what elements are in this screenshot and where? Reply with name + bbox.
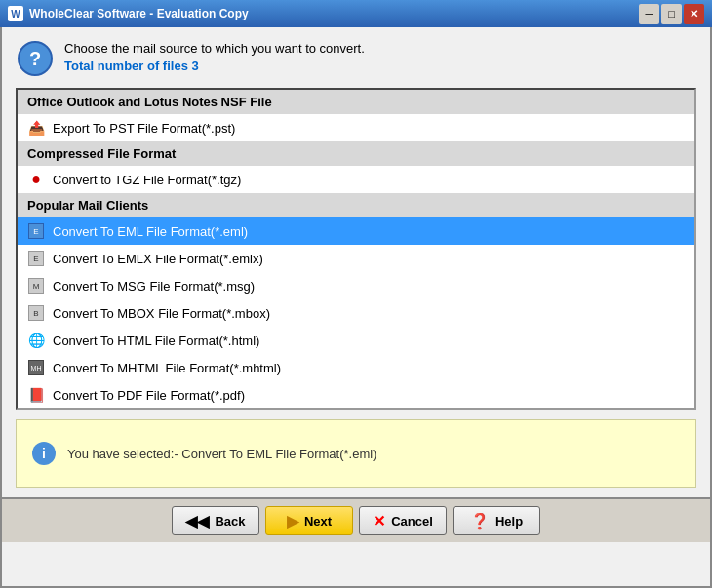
title-bar: W WholeClear Software - Evaluation Copy … <box>0 0 712 27</box>
help-icon: ❓ <box>470 512 490 530</box>
format-list-container: Office Outlook and Lotus Notes NSF File📤… <box>16 88 696 410</box>
help-button[interactable]: ❓ Help <box>453 506 540 535</box>
header-icon: ? <box>18 41 53 76</box>
item-label: Convert to TGZ File Format(*.tgz) <box>53 173 241 187</box>
help-label: Help <box>495 514 523 529</box>
list-item[interactable]: EConvert To EML File Format(*.eml) <box>18 217 694 245</box>
cancel-icon: ✕ <box>373 512 385 530</box>
header-area: ? Choose the mail source to which you wa… <box>2 27 710 88</box>
list-item[interactable]: MConvert To MSG File Format(*.msg) <box>18 272 694 299</box>
info-box: i You have selected:- Convert To EML Fil… <box>16 419 696 488</box>
list-item[interactable]: 📕Convert To PDF File Format(*.pdf) <box>18 381 694 408</box>
eml-icon: E <box>27 222 45 240</box>
pst-icon: 📤 <box>27 119 45 137</box>
maximize-button[interactable]: □ <box>661 4 682 24</box>
tgz-icon: ● <box>27 171 45 188</box>
category-label: Popular Mail Clients <box>27 198 148 213</box>
back-button[interactable]: ◀◀ Back <box>172 506 259 535</box>
next-button[interactable]: ▶ Next <box>265 506 353 535</box>
category-label: Compressed File Format <box>27 146 176 161</box>
header-text: Choose the mail source to which you want… <box>64 41 365 73</box>
item-label: Convert To PDF File Format(*.pdf) <box>53 388 245 403</box>
cancel-button[interactable]: ✕ Cancel <box>359 506 447 535</box>
list-item[interactable]: Office Outlook and Lotus Notes NSF File <box>18 90 694 114</box>
next-icon: ▶ <box>287 512 298 530</box>
list-item[interactable]: 🌐Convert To HTML File Format(*.html) <box>18 327 694 354</box>
list-item[interactable]: 📤Export To PST File Format(*.pst) <box>18 114 694 141</box>
back-label: Back <box>215 514 245 529</box>
main-window: ? Choose the mail source to which you wa… <box>0 27 712 588</box>
emlx-icon: E <box>27 250 45 267</box>
cancel-label: Cancel <box>391 514 433 529</box>
close-button[interactable]: ✕ <box>684 4 704 24</box>
list-item[interactable]: EConvert To EMLX File Format(*.emlx) <box>18 245 694 272</box>
item-label: Convert To MBOX File Format(*.mbox) <box>53 306 270 321</box>
list-item[interactable]: Popular Mail Clients <box>18 193 694 217</box>
msg-icon: M <box>27 277 45 294</box>
next-label: Next <box>304 514 332 529</box>
button-bar: ◀◀ Back ▶ Next ✕ Cancel ❓ Help <box>2 497 710 542</box>
window-controls: ─ □ ✕ <box>639 4 704 24</box>
header-sub-text: Total number of files 3 <box>64 59 365 73</box>
back-icon: ◀◀ <box>185 512 209 530</box>
info-icon: i <box>32 442 56 465</box>
list-item[interactable]: BConvert To MBOX File Format(*.mbox) <box>18 299 694 327</box>
html-icon: 🌐 <box>27 332 45 349</box>
app-icon: W <box>8 6 23 21</box>
item-label: Export To PST File Format(*.pst) <box>53 121 235 136</box>
minimize-button[interactable]: ─ <box>639 4 659 24</box>
list-item[interactable]: MHConvert To MHTML File Format(*.mhtml) <box>18 354 694 381</box>
header-main-text: Choose the mail source to which you want… <box>64 41 365 56</box>
window-title: WholeClear Software - Evaluation Copy <box>29 7 639 20</box>
item-label: Convert To EMLX File Format(*.emlx) <box>53 252 263 266</box>
list-item[interactable]: Compressed File Format <box>18 141 694 166</box>
mbox-icon: B <box>27 304 45 322</box>
item-label: Convert To MSG File Format(*.msg) <box>53 279 255 294</box>
mhtml-icon: MH <box>27 359 45 376</box>
item-label: Convert To HTML File Format(*.html) <box>53 333 259 348</box>
format-list-scroll[interactable]: Office Outlook and Lotus Notes NSF File📤… <box>18 90 694 408</box>
info-text: You have selected:- Convert To EML File … <box>67 447 376 461</box>
pdf-icon: 📕 <box>27 386 45 404</box>
list-item[interactable]: ●Convert to TGZ File Format(*.tgz) <box>18 166 694 193</box>
item-label: Convert To EML File Format(*.eml) <box>53 224 248 239</box>
item-label: Convert To MHTML File Format(*.mhtml) <box>53 361 281 375</box>
category-label: Office Outlook and Lotus Notes NSF File <box>27 95 272 109</box>
